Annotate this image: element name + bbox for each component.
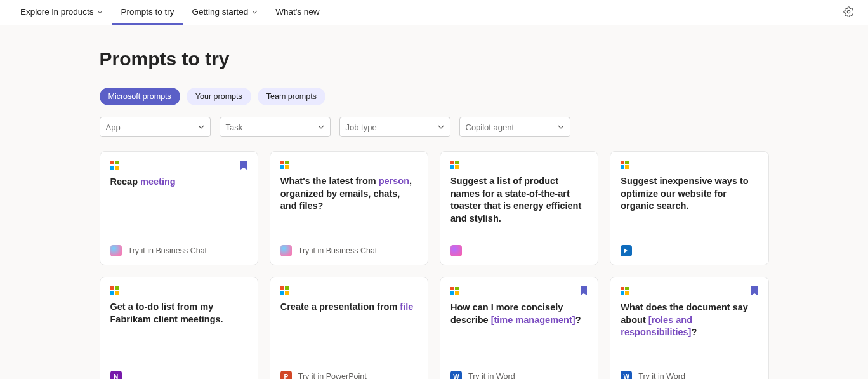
text-segment: Suggest inexpensive ways to optimize our… xyxy=(621,176,748,211)
microsoft-logo-icon xyxy=(110,286,119,295)
filter-label: App xyxy=(106,123,121,132)
action-label: Try it in PowerPoint xyxy=(298,372,367,379)
nav-item-label: Getting started xyxy=(192,7,249,17)
action-label: Try it in Business Chat xyxy=(128,246,207,255)
pill-your-prompts[interactable]: Your prompts xyxy=(187,88,251,105)
pill-microsoft-prompts[interactable]: Microsoft prompts xyxy=(100,88,180,105)
card-head xyxy=(621,286,758,295)
action-label: Try it in Word xyxy=(468,372,515,379)
card-action[interactable]: Try it in Word xyxy=(621,370,758,379)
microsoft-logo-icon xyxy=(621,161,629,169)
card-head xyxy=(110,286,247,295)
nav-item-label: Explore in products xyxy=(20,7,94,17)
text-segment: Create a presentation from xyxy=(280,302,400,312)
pill-team-prompts[interactable]: Team prompts xyxy=(258,88,326,105)
card-head xyxy=(621,161,758,169)
text-segment: Get a to-do list from my Fabrikam client… xyxy=(110,302,223,324)
link-token: person xyxy=(379,176,409,186)
card-head xyxy=(450,286,588,295)
microsoft-logo-icon xyxy=(621,287,629,295)
filter-copilot-agent[interactable]: Copilot agent xyxy=(459,117,570,137)
chevron-down-icon xyxy=(318,124,324,130)
text-segment: ? xyxy=(575,315,581,325)
card-head xyxy=(280,161,418,169)
card-action[interactable]: Try it in Business Chat xyxy=(280,244,418,257)
chevron-down-icon xyxy=(438,124,444,130)
prompt-card[interactable]: What does the document say about [roles … xyxy=(610,277,768,379)
nav-item-getting-started[interactable]: Getting started xyxy=(183,0,267,25)
card-action[interactable]: Try it in Word xyxy=(450,370,588,379)
prompt-card[interactable]: Suggest a list of product names for a st… xyxy=(440,151,598,265)
copilot-chat-icon xyxy=(110,245,122,256)
microsoft-logo-icon xyxy=(280,286,289,295)
card-head xyxy=(450,161,588,169)
card-text: Create a presentation from file xyxy=(280,301,418,370)
prompt-card[interactable]: Suggest inexpensive ways to optimize our… xyxy=(610,151,768,265)
card-action xyxy=(450,244,588,257)
card-head xyxy=(280,286,418,295)
prompt-card[interactable]: What's the latest from person, organized… xyxy=(270,151,428,265)
card-text: What's the latest from person, organized… xyxy=(280,175,418,244)
card-text: How can I more concisely describe [time … xyxy=(450,302,588,370)
prompt-card[interactable]: Recap meetingTry it in Business Chat xyxy=(100,151,258,265)
prompt-card[interactable]: How can I more concisely describe [time … xyxy=(440,277,598,379)
card-head xyxy=(110,161,247,170)
chevron-down-icon xyxy=(198,124,204,130)
text-segment: Suggest a list of product names for a st… xyxy=(450,176,581,223)
filter-row: AppTaskJob typeCopilot agent xyxy=(100,117,769,137)
chevron-down-icon xyxy=(251,9,258,15)
filter-label: Job type xyxy=(346,123,377,132)
filter-job-type[interactable]: Job type xyxy=(339,117,450,137)
card-text: Suggest a list of product names for a st… xyxy=(450,175,588,244)
bookmark-icon[interactable] xyxy=(240,161,247,170)
filter-task[interactable]: Task xyxy=(220,117,331,137)
link-token: file xyxy=(400,302,413,312)
top-nav: Explore in productsPrompts to tryGetting… xyxy=(0,0,868,25)
card-action xyxy=(110,370,247,379)
svg-point-0 xyxy=(847,10,850,13)
nav-item-label: Prompts to try xyxy=(121,7,174,17)
microsoft-logo-icon xyxy=(450,161,459,169)
chevron-down-icon xyxy=(558,124,564,130)
word-icon xyxy=(621,371,632,379)
card-text: Get a to-do list from my Fabrikam client… xyxy=(110,301,247,370)
page-title: Prompts to try xyxy=(100,48,769,70)
link-token: meeting xyxy=(140,176,176,187)
powerpoint-icon xyxy=(280,371,292,379)
card-action[interactable]: Try it in PowerPoint xyxy=(280,370,418,379)
copilot-chat-icon xyxy=(280,245,292,256)
text-segment: ? xyxy=(691,327,697,337)
page-content: Prompts to try Microsoft promptsYour pro… xyxy=(93,25,775,379)
text-segment: Recap xyxy=(110,176,141,187)
chevron-down-icon xyxy=(97,9,103,15)
microsoft-logo-icon xyxy=(280,161,289,169)
prompt-card[interactable]: Get a to-do list from my Fabrikam client… xyxy=(100,277,258,379)
text-segment: What's the latest from xyxy=(280,176,379,186)
card-action[interactable]: Try it in Business Chat xyxy=(110,244,247,257)
filter-app[interactable]: App xyxy=(100,117,211,137)
link-token: [time management] xyxy=(491,315,575,325)
prompt-card[interactable]: Create a presentation from fileTry it in… xyxy=(270,277,428,379)
word-icon xyxy=(450,371,462,379)
microsoft-logo-icon xyxy=(450,287,459,295)
filter-label: Task xyxy=(226,123,243,132)
microsoft-logo-icon xyxy=(110,161,119,170)
filter-label: Copilot agent xyxy=(466,123,515,132)
card-text: What does the document say about [roles … xyxy=(621,302,758,370)
loop-icon xyxy=(450,245,462,256)
nav-item-what-s-new[interactable]: What's new xyxy=(266,0,328,25)
action-label: Try it in Business Chat xyxy=(298,246,378,255)
bookmark-icon[interactable] xyxy=(751,286,758,295)
nav-item-label: What's new xyxy=(275,7,319,17)
clipchamp-icon xyxy=(621,245,632,256)
card-text: Suggest inexpensive ways to optimize our… xyxy=(621,175,758,244)
settings-button[interactable] xyxy=(843,6,854,19)
onenote-icon xyxy=(110,371,122,379)
pill-tabs: Microsoft promptsYour promptsTeam prompt… xyxy=(100,88,769,105)
gear-icon xyxy=(843,6,854,17)
bookmark-icon[interactable] xyxy=(580,286,588,295)
nav-item-explore-in-products[interactable]: Explore in products xyxy=(11,0,112,25)
card-grid: Recap meetingTry it in Business ChatWhat… xyxy=(100,151,769,379)
nav-item-prompts-to-try[interactable]: Prompts to try xyxy=(112,0,183,25)
action-label: Try it in Word xyxy=(638,372,685,379)
